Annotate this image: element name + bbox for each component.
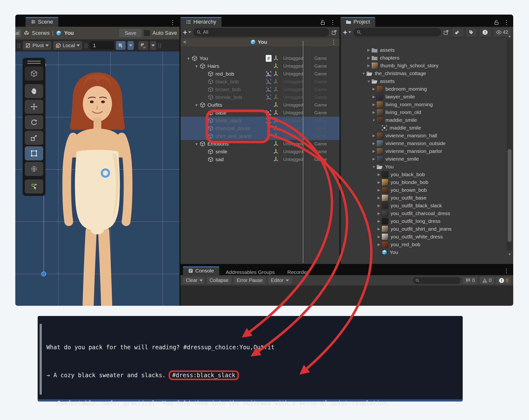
hierarchy-row[interactable]: red_bob # Untagged Game [180,70,340,78]
layer-label[interactable]: Game [314,79,338,84]
filter-by-type-button[interactable] [451,28,463,37]
editor-dropdown[interactable]: Editor [268,277,292,284]
layer-label[interactable]: Game [314,157,338,162]
hand-tool-button[interactable] [25,84,43,98]
transform-tool-button[interactable] [25,162,43,176]
project-row[interactable]: you_red_bob [341,241,513,248]
expander-icon[interactable] [371,141,376,146]
layer-label[interactable]: Game [314,118,338,123]
expander-icon[interactable] [371,149,376,153]
project-row[interactable]: bedroom_morning [341,85,513,93]
project-row[interactable]: assets [341,77,513,85]
project-row[interactable]: you_brown_bob [341,186,513,194]
tag-label[interactable]: Untagged [279,63,314,69]
layer-label[interactable]: Game [314,141,338,147]
project-row[interactable]: thumb_high_school_story [341,62,513,69]
project-menu-icon[interactable]: ⋮ [503,19,509,25]
project-row[interactable]: you_black_bob [341,171,513,178]
expander-icon[interactable] [185,56,192,61]
save-button[interactable]: Save [119,29,142,37]
expander-icon[interactable] [366,56,371,60]
breadcrumb-current-prefab[interactable]: You [64,30,74,36]
error-pause-button[interactable]: Error Pause [234,277,266,284]
isolation-menu-icon[interactable]: ⋮ [331,39,337,45]
scale-tool-button[interactable] [25,131,43,145]
expander-icon[interactable] [193,103,200,107]
error-count-badge[interactable]: 0 [496,277,511,284]
expander-icon[interactable] [376,235,382,239]
tab-recorder[interactable]: Recorder [281,269,315,275]
toolstrip-drag-handle[interactable] [27,61,40,64]
hierarchy-row[interactable]: charcoal_dress # Untagged Game [180,124,340,132]
project-row[interactable]: You [341,248,513,256]
tag-label[interactable]: Untagged [279,141,314,147]
expander-icon[interactable] [376,172,382,177]
console-search-input[interactable] [413,277,461,284]
collapse-button[interactable]: Collapse [207,277,231,284]
unlock-icon[interactable] [320,19,325,25]
scrollbar-thumb[interactable] [508,149,512,242]
project-row[interactable]: you_outfit_charcoal_dress [341,210,513,217]
project-row[interactable]: vivienne_mansion_parlor [341,147,513,155]
tag-label[interactable]: Untagged [279,71,314,77]
project-row[interactable]: living_room_old [341,108,513,116]
project-row[interactable]: vivienne_mansion_hall [341,132,513,139]
layer-label[interactable]: Game [314,110,338,115]
rotate-tool-button[interactable] [25,115,43,129]
tag-label[interactable]: Untagged [279,118,314,123]
layer-label[interactable]: Game [314,87,338,92]
warning-count-badge[interactable]: 0 [480,277,494,284]
open-new-window-icon[interactable] [331,29,337,35]
project-row[interactable]: maddie_smile [341,116,513,124]
open-new-window-icon[interactable] [443,29,449,35]
layer-label[interactable]: Game [314,102,338,108]
project-search-input[interactable] [354,28,441,37]
project-row[interactable]: assets [341,46,513,54]
tag-label[interactable]: Untagged [279,149,314,154]
grid-snap-dropdown[interactable] [150,41,156,50]
expander-icon[interactable] [366,79,371,83]
expander-icon[interactable] [371,134,376,138]
unlock-icon[interactable] [494,19,499,25]
expander-icon[interactable] [376,203,382,208]
hierarchy-row[interactable]: black_bob # Untagged Game [180,78,340,86]
tag-label[interactable]: Untagged [279,79,314,84]
filter-by-label-button[interactable] [465,28,477,37]
scroll-up-icon[interactable]: ▲ [507,34,512,38]
rect-handle-bottom[interactable] [41,272,46,276]
project-row[interactable]: vivienne_smile [341,155,513,163]
layer-label[interactable]: Game [314,149,338,154]
console-menu-icon[interactable]: ⋮ [503,268,509,274]
tag-label[interactable]: Untagged [279,157,314,162]
expander-icon[interactable] [371,95,376,99]
expander-icon[interactable] [376,180,382,185]
project-row[interactable]: chapters [341,54,513,62]
expander-icon[interactable] [376,211,382,216]
expander-icon[interactable] [371,87,376,91]
layer-label[interactable]: Game [314,95,338,100]
hierarchy-row[interactable]: Emotions # Untagged Game [180,140,340,148]
hierarchy-row[interactable]: blonde_bob # Untagged Game [180,93,340,101]
tab-console[interactable]: Console [183,266,219,275]
tag-label[interactable]: Untagged [279,56,314,61]
console-log-area[interactable] [180,286,513,306]
cropped-toolbar-button[interactable]: al [15,29,21,37]
expander-icon[interactable] [366,63,371,68]
tag-label[interactable]: Untagged [279,126,314,131]
info-count-badge[interactable]: 0 [463,277,477,284]
hierarchy-row[interactable]: shirt_and_jeans # Untagged Game [180,132,340,140]
tag-label[interactable]: Untagged [279,102,314,108]
scene-menu-icon[interactable]: ⋮ [170,19,176,25]
expander-icon[interactable] [376,219,382,223]
project-row[interactable]: You [341,163,513,171]
hierarchy-row[interactable]: sad # Untagged Game [180,156,340,163]
expander-icon[interactable] [376,196,382,200]
expander-icon[interactable] [371,110,376,114]
local-mode-button[interactable]: Local [53,41,82,50]
tag-label[interactable]: Untagged [279,134,314,139]
expander-icon[interactable] [361,71,366,76]
toolbar-drag-handle[interactable]: || [17,42,21,49]
grid-visibility-dropdown[interactable] [128,41,134,50]
tab-project[interactable]: Project [341,17,375,27]
project-row[interactable]: the_christmas_cottage [341,69,513,77]
